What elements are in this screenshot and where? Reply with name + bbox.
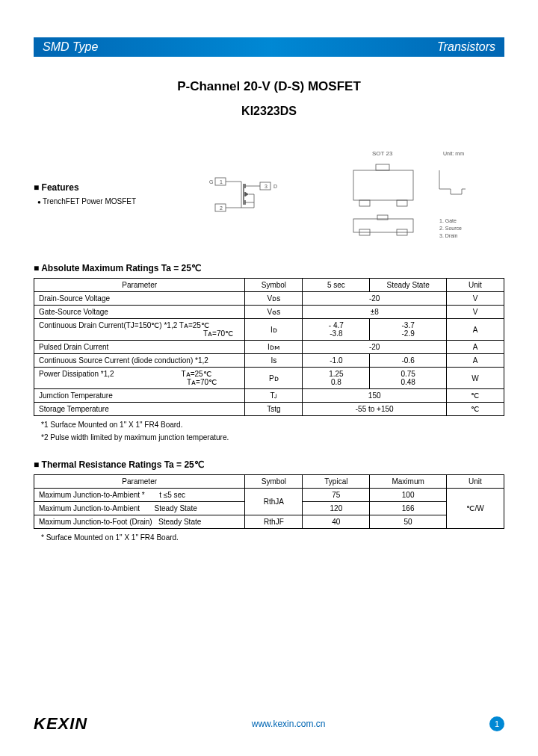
- svg-marker-16: [245, 192, 249, 196]
- header-bar: SMD Type Transistors: [34, 37, 504, 57]
- th-sym: Symbol: [245, 279, 303, 292]
- amr-footnote-2: *2 Pulse width limited by maximum juncti…: [41, 433, 504, 441]
- title-block: P-Channel 20-V (D-S) MOSFET KI2323DS: [34, 79, 504, 118]
- svg-rect-24: [353, 170, 413, 200]
- th-5sec: 5 sec: [303, 279, 370, 292]
- part-number: KI2323DS: [34, 105, 504, 118]
- header-left: SMD Type: [43, 40, 98, 54]
- svg-rect-27: [397, 200, 407, 206]
- amr-heading: Absolute Maximum Ratings Ta = 25℃: [34, 263, 504, 273]
- amr-table: Parameter Symbol 5 sec Steady State Unit…: [34, 278, 504, 416]
- svg-text:D: D: [273, 184, 277, 189]
- svg-text:2. Source: 2. Source: [439, 226, 462, 231]
- table-row: Storage Temperature Tstg -55 to +150 ℃: [34, 403, 504, 416]
- table-row: Power Dissipation *1,2Tᴀ=25℃Tᴀ=70℃ Pᴅ 1.…: [34, 368, 504, 389]
- svg-rect-25: [376, 164, 389, 170]
- th-param: Parameter: [34, 475, 245, 489]
- main-title: P-Channel 20-V (D-S) MOSFET: [34, 79, 504, 94]
- table-row: Pulsed Drain Current Iᴅᴍ -20 A: [34, 341, 504, 354]
- svg-rect-28: [353, 219, 413, 232]
- th-unit: Unit: [446, 475, 504, 489]
- svg-text:G: G: [209, 179, 213, 185]
- thermal-footnote: * Surface Mounted on 1" X 1" FR4 Board.: [41, 533, 504, 542]
- th-param: Parameter: [34, 279, 245, 292]
- schematic-diagram: 1 G 2: [208, 170, 282, 223]
- thermal-heading: Thermal Resistance Ratings Ta = 25℃: [34, 459, 504, 470]
- svg-text:3: 3: [265, 184, 268, 189]
- table-row: Maximum Junction-to-Foot (Drain) Steady …: [34, 515, 504, 529]
- features-section: Features TrenchFET Power MOSFET: [34, 148, 183, 245]
- th-typ: Typical: [303, 475, 370, 489]
- footer: KEXIN www.kexin.com.cn 1: [34, 714, 504, 734]
- features-heading: Features: [34, 182, 183, 193]
- svg-text:2: 2: [220, 205, 223, 211]
- package-diagram: SOT 23 Unit: mm 1. Gate 2. Source 3. Dra…: [331, 148, 480, 245]
- table-row: Gate-Source Voltage Vɢs ±8 V: [34, 306, 504, 319]
- footer-url: www.kexin.com.cn: [252, 719, 326, 729]
- table-row: Maximum Junction-to-Ambient * t ≤5 sec R…: [34, 489, 504, 502]
- thermal-section: Thermal Resistance Ratings Ta = 25℃ Para…: [34, 459, 504, 542]
- amr-footnote-1: *1 Surface Mounted on 1" X 1" FR4 Board.: [41, 421, 504, 429]
- svg-text:3. Drain: 3. Drain: [439, 233, 458, 238]
- header-right: Transistors: [437, 40, 495, 54]
- table-row: Jumction Temperature Tᴊ 150 ℃: [34, 389, 504, 403]
- th-unit: Unit: [446, 279, 504, 292]
- page-number: 1: [489, 716, 504, 731]
- amr-section: Absolute Maximum Ratings Ta = 25℃ Parame…: [34, 263, 504, 441]
- svg-rect-26: [359, 200, 370, 206]
- thermal-table: Parameter Symbol Typical Maximum Unit Ma…: [34, 474, 504, 529]
- table-row: Continuous Drain Current(TJ=150℃) *1,2 T…: [34, 319, 504, 341]
- th-ss: Steady State: [370, 279, 447, 292]
- svg-text:1: 1: [220, 179, 223, 185]
- svg-text:1. Gate: 1. Gate: [439, 218, 457, 223]
- feature-item: TrenchFET Power MOSFET: [37, 197, 183, 205]
- brand-logo: KEXIN: [34, 714, 87, 734]
- svg-text:SOT 23: SOT 23: [372, 150, 393, 157]
- th-sym: Symbol: [245, 475, 303, 489]
- table-row: Continuous Source Current (diode conduct…: [34, 354, 504, 368]
- th-max: Maximum: [370, 475, 447, 489]
- table-row: Drain-Source Voltage Vᴅs -20 V: [34, 292, 504, 306]
- svg-text:Unit: mm: Unit: mm: [443, 151, 464, 156]
